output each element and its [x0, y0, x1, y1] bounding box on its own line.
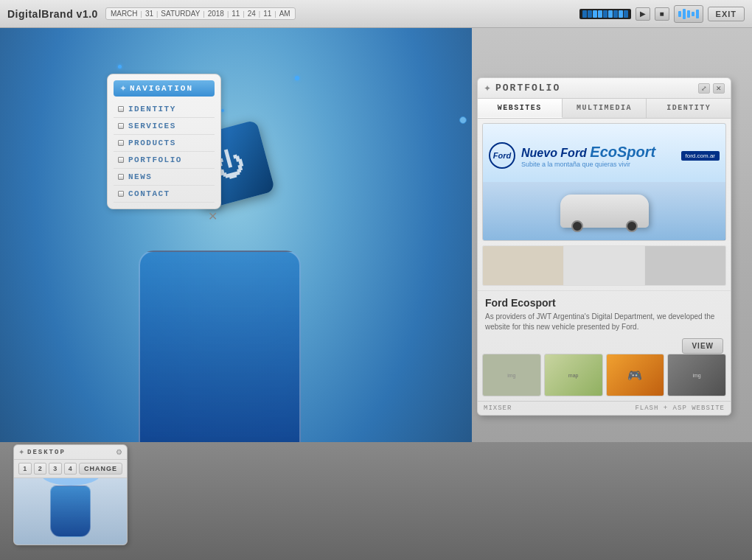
ford-logo: Ford: [489, 142, 515, 169]
ford-text-area: Nuevo Ford EcoSport Subite a la montaña …: [521, 144, 675, 168]
portfolio-expand-button[interactable]: ⤢: [698, 83, 710, 94]
nav-label-services: SERVICES: [128, 122, 176, 130]
nav-label-identity: IDENTITY: [128, 105, 176, 113]
nav-dot-identity: [118, 106, 124, 112]
connector-dot-portfolio: [459, 116, 467, 124]
footer-left: MIXSER: [484, 405, 512, 412]
led-4: [598, 10, 602, 18]
month-label: MARCH: [111, 10, 138, 18]
ampm-label: AM: [279, 10, 290, 18]
nav-item-products[interactable]: PRODUCTS: [114, 135, 215, 152]
nav-dot-portfolio: [118, 157, 124, 163]
nav-header: ✦ NAVIGATION: [114, 80, 215, 97]
exit-button[interactable]: EXIT: [708, 7, 745, 21]
led-bar: [579, 9, 631, 19]
nav-header-icon: ✦: [119, 83, 127, 94]
nav-item-contact[interactable]: CONTACT: [114, 186, 215, 203]
nav-label-contact: CONTACT: [128, 189, 170, 198]
portfolio-thumb-strip: [482, 245, 726, 286]
portfolio-header: ✦ PORTFOLIO ⤢ ✕: [478, 78, 731, 99]
nav-label-portfolio: PORTFOLIO: [128, 155, 182, 164]
nav-item-news[interactable]: NEWS: [114, 169, 215, 186]
app-title: DigitalBrand v1.0: [7, 8, 98, 20]
desktop-settings-icon[interactable]: ⚙: [116, 448, 122, 456]
car-shape: [560, 195, 649, 228]
portfolio-thumb-bottom-1[interactable]: img: [482, 354, 541, 396]
portfolio-panel: ✦ PORTFOLIO ⤢ ✕ WEBSITES MULTIMEDIA IDEN…: [477, 77, 731, 416]
portfolio-title-area: ✦ PORTFOLIO: [484, 83, 560, 94]
car-wheel-left: [571, 220, 583, 232]
second-label: 11: [263, 10, 271, 18]
portfolio-thumb-bottom-4[interactable]: img: [667, 354, 726, 396]
tab-multimedia[interactable]: MULTIMEDIA: [563, 99, 647, 118]
top-right-controls: ▶ ■ EXIT: [579, 5, 745, 23]
stop-button[interactable]: ■: [655, 7, 669, 21]
led-2: [588, 10, 592, 18]
chart-bar-5: [696, 10, 699, 18]
top-bar: DigitalBrand v1.0 MARCH | 31 | SATURDAY …: [0, 0, 752, 28]
portfolio-thumb-bottom-3[interactable]: 🎮: [606, 354, 665, 396]
year-label: 2018: [208, 10, 224, 18]
portfolio-footer: MIXSER FLASH + ASP WEBSITE: [478, 401, 731, 415]
nav-item-services[interactable]: SERVICES: [114, 118, 215, 135]
desktop-tab-1[interactable]: 1: [18, 463, 32, 475]
ford-car-area: [483, 182, 725, 240]
navigation-panel: ✦ NAVIGATION IDENTITY SERVICES PRODUCTS …: [107, 74, 221, 209]
date-display: MARCH | 31 | SATURDAY | 2018 | 11 | 24 |…: [105, 7, 296, 20]
portfolio-thumb-small-2[interactable]: [564, 246, 645, 285]
led-3: [593, 10, 597, 18]
play-button[interactable]: ▶: [636, 7, 650, 21]
led-1: [582, 10, 587, 18]
tab-identity[interactable]: IDENTITY: [647, 99, 731, 118]
day-label: 31: [145, 10, 153, 18]
ford-badge: ford.com.ar: [681, 151, 720, 161]
deco-dot-3: [221, 109, 224, 112]
weekday-label: SATURDAY: [161, 10, 200, 18]
deco-dot-4: [295, 76, 299, 80]
ford-ecosport-text: Nuevo Ford EcoSport: [521, 144, 675, 161]
portfolio-bottom-thumbs: img map 🎮 img: [482, 354, 726, 396]
hour-label: 11: [231, 10, 240, 18]
portfolio-window-controls: ⤢ ✕: [698, 83, 725, 94]
chart-bar-4: [692, 12, 694, 16]
portfolio-tabs: WEBSITES MULTIMEDIA IDENTITY: [478, 99, 731, 119]
deco-dot-1: [118, 65, 122, 69]
ford-ad-header: Ford Nuevo Ford EcoSport Subite a la mon…: [483, 124, 725, 188]
chart-bar-3: [687, 10, 690, 18]
portfolio-close-button[interactable]: ✕: [713, 83, 725, 94]
desktop-tab-4[interactable]: 4: [64, 463, 77, 475]
view-button[interactable]: VIEW: [682, 338, 723, 354]
desktop-tab-2[interactable]: 2: [34, 463, 47, 475]
led-9: [624, 10, 628, 18]
project-description: As providers of JWT Argentina's Digital …: [485, 312, 723, 332]
chart-button[interactable]: [674, 5, 703, 23]
ford-subtext: Subite a la montaña que quieras vivir: [521, 161, 675, 168]
nav-item-portfolio[interactable]: PORTFOLIO: [114, 152, 215, 169]
chart-bar-1: [678, 11, 681, 17]
desktop-tab-3[interactable]: 3: [49, 463, 62, 475]
portfolio-thumb-small-3[interactable]: [645, 246, 725, 285]
ford-ad: Ford Nuevo Ford EcoSport Subite a la mon…: [483, 124, 725, 240]
nav-close-button[interactable]: ✕: [208, 209, 217, 223]
portfolio-thumb-small-1[interactable]: [483, 246, 564, 285]
nav-label-products: PRODUCTS: [128, 139, 176, 147]
desktop-widget-header: ✦ DESKTOP ⚙: [14, 445, 127, 460]
mini-blender: [50, 486, 91, 537]
portfolio-main-image: Ford Nuevo Ford EcoSport Subite a la mon…: [482, 123, 726, 241]
nav-dot-services: [118, 123, 124, 129]
change-button[interactable]: CHANGE: [79, 463, 122, 475]
led-8: [619, 10, 623, 18]
mini-splash: [41, 478, 100, 486]
project-name: Ford Ecosport: [485, 297, 723, 309]
nav-label-news: NEWS: [128, 172, 152, 181]
led-6: [608, 10, 613, 18]
tab-websites[interactable]: WEBSITES: [478, 99, 563, 118]
portfolio-project-info: Ford Ecosport As providers of JWT Argent…: [478, 290, 731, 347]
nav-header-label: NAVIGATION: [130, 84, 193, 93]
car-wheel-right: [626, 220, 638, 232]
portfolio-thumb-bottom-2[interactable]: map: [544, 354, 603, 396]
nav-item-identity[interactable]: IDENTITY: [114, 101, 215, 118]
nav-dot-news: [118, 174, 124, 180]
desktop-header-icon: ✦: [18, 448, 24, 456]
led-7: [613, 10, 618, 18]
